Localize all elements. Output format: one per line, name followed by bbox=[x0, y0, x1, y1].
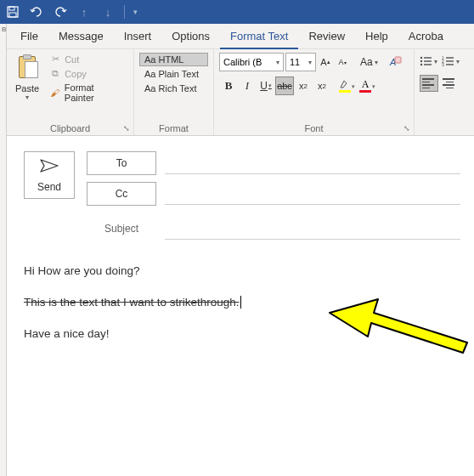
clear-formatting-button[interactable]: A bbox=[387, 54, 403, 71]
superscript-button[interactable]: x2 bbox=[313, 76, 331, 95]
tab-help[interactable]: Help bbox=[355, 24, 398, 49]
svg-rect-2 bbox=[9, 13, 16, 17]
chevron-down-icon: ▾ bbox=[276, 59, 279, 66]
svg-rect-12 bbox=[446, 57, 454, 58]
tab-options[interactable]: Options bbox=[161, 24, 220, 49]
group-label-clipboard: Clipboard ⤡ bbox=[12, 123, 128, 133]
copy-button: ⧉ Copy bbox=[46, 67, 128, 80]
svg-point-9 bbox=[420, 64, 422, 65]
subscript-button[interactable]: x2 bbox=[294, 76, 313, 95]
paste-button[interactable]: Paste ▾ bbox=[12, 53, 42, 104]
save-icon[interactable] bbox=[5, 3, 20, 20]
italic-button[interactable]: I bbox=[238, 76, 257, 95]
undo-icon[interactable] bbox=[29, 3, 44, 20]
redo-icon[interactable] bbox=[53, 3, 68, 20]
up-arrow-icon: ↑ bbox=[76, 3, 92, 20]
change-case-button[interactable]: Aa▾ bbox=[358, 56, 380, 68]
scissors-icon: ✂ bbox=[49, 54, 61, 65]
group-clipboard: Paste ▾ ✂ Cut ⧉ Copy 🖌 Format Painter Cl bbox=[7, 49, 134, 135]
strikethrough-button[interactable]: abc bbox=[275, 76, 294, 95]
cc-button[interactable]: Cc bbox=[87, 182, 156, 206]
chevron-down-icon: ▾ bbox=[372, 83, 375, 90]
align-center-button[interactable] bbox=[440, 75, 459, 92]
subject-label: Subject bbox=[87, 223, 156, 235]
body-line-3[interactable]: Have a nice day! bbox=[24, 326, 457, 343]
group-font: Calibri (B▾ 11▾ A▴ A▾ Aa▾ A B I U▾ abc bbox=[214, 49, 415, 135]
numbering-button[interactable]: 123 ▾ bbox=[442, 53, 462, 70]
ribbon-tabs: File Message Insert Options Format Text … bbox=[7, 24, 474, 49]
underline-button[interactable]: U▾ bbox=[257, 76, 275, 95]
left-rail: B bbox=[0, 24, 7, 476]
format-rich-button[interactable]: Aa Rich Text bbox=[139, 82, 208, 95]
compose-header: Send To Cc Subject bbox=[7, 136, 474, 250]
tab-file[interactable]: File bbox=[10, 24, 48, 49]
brush-icon: 🖌 bbox=[49, 88, 61, 98]
tab-message[interactable]: Message bbox=[48, 24, 114, 49]
font-size-dropdown[interactable]: 11▾ bbox=[285, 53, 316, 71]
cut-button: ✂ Cut bbox=[46, 53, 128, 65]
down-arrow-icon: ↓ bbox=[100, 3, 116, 20]
qat-separator bbox=[124, 5, 125, 19]
highlight-color-button[interactable]: ▾ bbox=[335, 76, 355, 95]
clipboard-expand-icon[interactable]: ⤡ bbox=[123, 124, 130, 133]
body-line-1[interactable]: Hi How are you doing? bbox=[24, 264, 457, 280]
svg-rect-8 bbox=[424, 60, 432, 61]
svg-rect-4 bbox=[395, 57, 401, 63]
bullets-button[interactable]: ▾ bbox=[420, 53, 440, 70]
increase-font-button[interactable]: A▴ bbox=[318, 54, 333, 71]
copy-icon: ⧉ bbox=[49, 68, 61, 79]
bold-button[interactable]: B bbox=[219, 76, 238, 95]
svg-rect-14 bbox=[446, 60, 454, 61]
tab-review[interactable]: Review bbox=[298, 24, 355, 49]
send-button[interactable]: Send bbox=[24, 151, 75, 199]
svg-rect-1 bbox=[9, 7, 14, 10]
group-label-format: Format bbox=[139, 123, 208, 133]
qat-customize-icon[interactable]: ▾ bbox=[133, 8, 138, 16]
format-painter-button[interactable]: 🖌 Format Painter bbox=[46, 82, 128, 104]
to-input[interactable] bbox=[165, 152, 460, 174]
svg-point-5 bbox=[420, 57, 422, 59]
ribbon: Paste ▾ ✂ Cut ⧉ Copy 🖌 Format Painter Cl bbox=[7, 49, 474, 136]
to-button[interactable]: To bbox=[87, 151, 156, 175]
tab-format-text[interactable]: Format Text bbox=[220, 24, 298, 49]
svg-rect-16 bbox=[446, 64, 454, 65]
chevron-down-icon: ▾ bbox=[308, 59, 312, 66]
svg-rect-10 bbox=[424, 64, 432, 65]
format-html-button[interactable]: Aa HTML bbox=[139, 53, 208, 66]
tab-acrobat[interactable]: Acroba bbox=[398, 24, 454, 49]
decrease-font-button[interactable]: A▾ bbox=[335, 54, 350, 71]
svg-point-7 bbox=[420, 60, 422, 62]
font-name-dropdown[interactable]: Calibri (B▾ bbox=[219, 53, 284, 71]
text-cursor bbox=[240, 296, 241, 309]
font-color-button[interactable]: A ▾ bbox=[355, 76, 375, 95]
body-line-2[interactable]: This is the text that I want to striketh… bbox=[24, 295, 457, 311]
format-plain-button[interactable]: Aa Plain Text bbox=[139, 67, 208, 81]
subject-input[interactable] bbox=[165, 218, 460, 240]
tab-insert[interactable]: Insert bbox=[114, 24, 162, 49]
align-left-button[interactable] bbox=[420, 75, 438, 92]
group-paragraph: ▾ 123 ▾ P bbox=[415, 49, 474, 135]
send-icon bbox=[39, 158, 59, 178]
cc-input[interactable] bbox=[165, 183, 460, 205]
font-expand-icon[interactable]: ⤡ bbox=[403, 124, 410, 133]
group-format: Aa HTML Aa Plain Text Aa Rich Text Forma… bbox=[134, 49, 214, 135]
group-label-font: Font ⤡ bbox=[219, 123, 409, 133]
paste-icon bbox=[15, 54, 39, 82]
svg-text:3: 3 bbox=[442, 62, 444, 67]
svg-rect-6 bbox=[424, 57, 432, 58]
quick-access-toolbar: ↑ ↓ ▾ bbox=[0, 0, 474, 24]
message-body[interactable]: Hi How are you doing? This is the text t… bbox=[7, 250, 474, 371]
